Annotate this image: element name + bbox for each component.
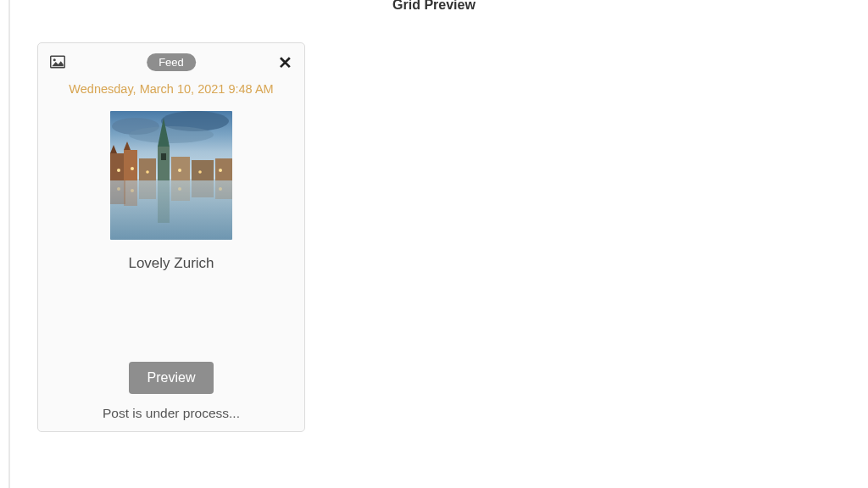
- svg-rect-11: [158, 147, 170, 180]
- svg-point-20: [146, 170, 149, 174]
- svg-rect-26: [158, 180, 170, 223]
- svg-rect-29: [192, 180, 214, 197]
- close-icon[interactable]: ✕: [278, 55, 292, 70]
- post-timestamp: Wednesday, March 10, 2021 9:48 AM: [48, 82, 294, 96]
- svg-point-32: [131, 189, 134, 192]
- svg-rect-24: [110, 180, 125, 204]
- svg-rect-13: [161, 153, 166, 160]
- svg-point-19: [131, 167, 134, 170]
- svg-point-34: [219, 187, 222, 191]
- svg-rect-15: [171, 157, 190, 180]
- feed-badge: Feed: [147, 53, 196, 71]
- post-image: [110, 111, 232, 240]
- spacer: [48, 272, 294, 362]
- svg-point-21: [178, 169, 181, 172]
- card-header: Feed ✕: [48, 55, 294, 74]
- post-card: Feed ✕ Wednesday, March 10, 2021 9:48 AM: [37, 42, 305, 432]
- left-divider: [8, 0, 10, 488]
- svg-point-33: [178, 187, 181, 191]
- page-title: Grid Preview: [0, 0, 868, 13]
- post-caption: Lovely Zurich: [48, 255, 294, 272]
- image-icon: [50, 55, 65, 69]
- svg-rect-17: [215, 158, 232, 180]
- post-image-wrap: [48, 111, 294, 240]
- svg-rect-16: [192, 160, 214, 180]
- svg-point-31: [117, 187, 120, 191]
- svg-point-22: [198, 170, 202, 174]
- svg-point-1: [53, 58, 56, 61]
- svg-rect-30: [215, 180, 232, 199]
- svg-point-18: [117, 169, 120, 172]
- svg-rect-7: [110, 153, 125, 180]
- svg-rect-28: [171, 180, 190, 201]
- preview-button[interactable]: Preview: [129, 362, 214, 394]
- svg-rect-8: [124, 150, 137, 180]
- post-status: Post is under process...: [48, 406, 294, 421]
- svg-rect-27: [139, 180, 156, 199]
- svg-rect-25: [124, 180, 137, 206]
- svg-rect-14: [139, 158, 156, 180]
- svg-point-23: [219, 169, 222, 172]
- svg-point-5: [129, 126, 214, 143]
